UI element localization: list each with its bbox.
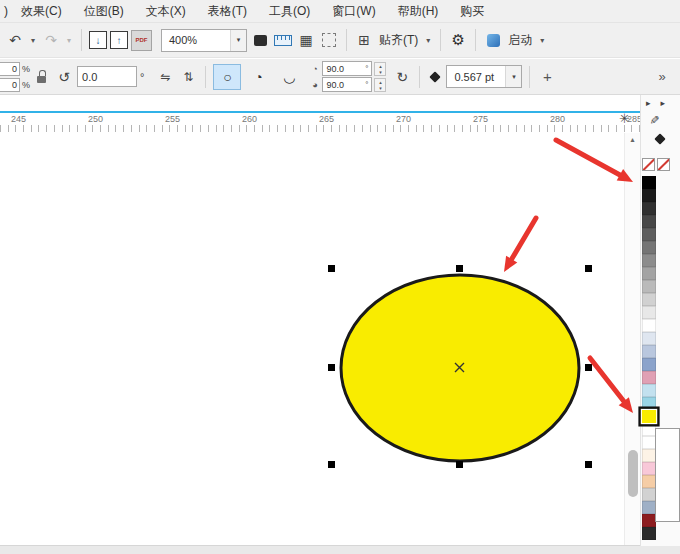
palette-swatch[interactable]	[642, 280, 656, 293]
palette-swatch[interactable]	[642, 215, 656, 228]
import-button[interactable]: ↓	[89, 31, 107, 49]
palette-swatch[interactable]	[642, 488, 656, 501]
lock-ratio-button[interactable]	[37, 70, 47, 83]
snap-to-button[interactable]: 贴齐(T)	[377, 32, 420, 49]
ruler-origin-icon[interactable]: ✳	[619, 111, 630, 126]
menu-item-tools[interactable]: 工具(O)	[258, 0, 321, 23]
start-angle-spinner[interactable]: ▴▾	[374, 62, 386, 76]
palette-swatch[interactable]	[642, 371, 656, 384]
zoom-value: 400%	[162, 30, 230, 51]
palette-swatch[interactable]	[642, 306, 656, 319]
launch-dropdown-icon[interactable]: ▾	[537, 36, 547, 45]
horizontal-ruler[interactable]: 245250255260265270275280285	[0, 95, 640, 133]
ruler-number: 275	[473, 114, 488, 124]
undo-button[interactable]: ↶	[5, 29, 25, 51]
rulers-toggle-button[interactable]	[273, 29, 293, 51]
palette-swatch[interactable]	[642, 345, 656, 358]
scroll-up-icon[interactable]: ▴	[625, 135, 640, 144]
palette-swatch[interactable]	[642, 241, 656, 254]
palette-swatch[interactable]	[642, 228, 656, 241]
guidelines-icon	[322, 33, 336, 47]
drawing-canvas[interactable]	[0, 133, 624, 546]
palette-swatch[interactable]	[642, 332, 656, 345]
outline-width-combobox[interactable]: 0.567 pt ▾	[446, 65, 522, 88]
palette-swatch[interactable]	[642, 527, 656, 540]
palette-swatch[interactable]	[642, 501, 656, 514]
menu-item-buy[interactable]: 购买	[449, 0, 495, 23]
publish-pdf-button[interactable]: PDF	[131, 30, 152, 51]
end-angle-field[interactable]: 90.0 °	[322, 77, 372, 92]
palette-swatch[interactable]	[642, 449, 656, 462]
outline-width-dropdown-icon[interactable]: ▾	[505, 66, 521, 87]
add-button[interactable]: +	[537, 66, 557, 88]
rotation-angle-field[interactable]: 0.0	[77, 66, 137, 87]
pie-mode-button[interactable]: ◔	[244, 64, 272, 90]
palette-swatch[interactable]	[642, 189, 656, 202]
separator	[529, 66, 530, 88]
menu-item-help[interactable]: 帮助(H)	[387, 0, 450, 23]
scale-y-field[interactable]: 0	[0, 78, 20, 92]
ruler-numbers: 245250255260265270275280285	[0, 114, 640, 125]
palette-swatch[interactable]	[642, 319, 656, 332]
no-outline-swatch[interactable]	[657, 158, 670, 171]
end-angle-unit: °	[365, 80, 368, 89]
options-button[interactable]: ⚙	[448, 29, 468, 51]
palette-swatch[interactable]	[642, 514, 656, 527]
pen-nib-icon[interactable]	[654, 133, 665, 144]
palette-expand-icon[interactable]: ▸	[646, 98, 651, 108]
menu-item-table[interactable]: 表格(T)	[197, 0, 258, 23]
fullscreen-preview-button[interactable]	[250, 29, 270, 51]
zoom-dropdown-icon[interactable]: ▾	[230, 30, 246, 51]
palette-swatch[interactable]	[642, 384, 656, 397]
palette-swatch[interactable]	[642, 462, 656, 475]
no-fill-swatch[interactable]	[642, 158, 655, 171]
palette-swatch[interactable]	[642, 176, 656, 189]
snap-dropdown-icon[interactable]: ▾	[423, 36, 433, 45]
palette-swatch[interactable]	[642, 475, 656, 488]
mirror-horizontal-button[interactable]: ⇋	[155, 66, 175, 88]
ruler-number: 260	[242, 114, 257, 124]
palette-swatch[interactable]	[642, 293, 656, 306]
menu-item-text[interactable]: 文本(X)	[135, 0, 197, 23]
menu-item-window[interactable]: 窗口(W)	[321, 0, 386, 23]
scale-x-field[interactable]: 0	[0, 62, 20, 76]
separator	[419, 66, 420, 88]
launch-icon-button[interactable]	[483, 29, 503, 51]
menu-item-bitmaps[interactable]: 位图(B)	[73, 0, 135, 23]
change-direction-button[interactable]: ↻	[392, 66, 412, 88]
fullscreen-icon	[254, 35, 267, 46]
docker-expand-icon[interactable]: ▸	[661, 98, 666, 108]
end-angle-spinner[interactable]: ▴▾	[374, 78, 386, 92]
scrollbar-thumb[interactable]	[628, 450, 638, 497]
palette-swatch[interactable]	[642, 202, 656, 215]
vertical-scrollbar[interactable]: ▴	[624, 133, 640, 546]
redo-button[interactable]: ↷	[41, 29, 61, 51]
color-flyout-panel	[655, 428, 680, 522]
guidelines-toggle-button[interactable]	[319, 29, 339, 51]
end-angle-icon: ◕	[309, 80, 320, 90]
zoom-combobox[interactable]: 400% ▾	[161, 29, 247, 52]
pencil-icon[interactable]: ✎	[647, 115, 661, 125]
mirror-vertical-button[interactable]: ⇅	[178, 66, 198, 88]
menu-item-effects[interactable]: 效果(C)	[10, 0, 73, 23]
palette-swatch[interactable]	[642, 436, 656, 449]
palette-swatch[interactable]	[642, 254, 656, 267]
ellipse-mode-button[interactable]: ○	[213, 64, 241, 90]
arc-mode-button[interactable]: ◡	[275, 64, 303, 90]
redo-dropdown-icon[interactable]: ▾	[64, 36, 74, 45]
coreldraw-window: ) 效果(C)位图(B)文本(X)表格(T)工具(O)窗口(W)帮助(H)购买 …	[0, 0, 680, 554]
grid-toggle-button[interactable]: ▦	[296, 29, 316, 51]
palette-swatch[interactable]	[642, 423, 656, 436]
outline-width-icon	[430, 71, 441, 82]
rotation-unit: °	[140, 71, 144, 83]
menu-item-partial[interactable]: )	[0, 1, 10, 21]
palette-swatch[interactable]	[642, 267, 656, 280]
palette-swatch[interactable]	[642, 358, 656, 371]
undo-dropdown-icon[interactable]: ▾	[28, 36, 38, 45]
launch-button[interactable]: 启动	[506, 32, 534, 49]
export-button[interactable]: ↑	[110, 31, 128, 49]
more-options-button[interactable]: »	[652, 66, 672, 88]
palette-swatch-selected[interactable]	[641, 409, 658, 424]
ruler-number: 280	[550, 114, 565, 124]
start-angle-field[interactable]: 90.0 °	[322, 61, 372, 76]
